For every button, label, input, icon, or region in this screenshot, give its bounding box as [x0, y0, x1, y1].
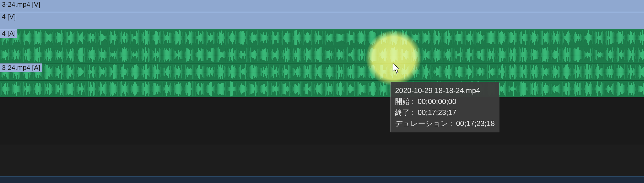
tooltip-duration-value: 00;17;23;18: [456, 119, 495, 127]
tooltip-end-value: 00;17;23;17: [418, 108, 456, 117]
audio-clip-1[interactable]: 4 [A]: [0, 29, 644, 63]
tooltip-start-label: 開始 :: [395, 97, 414, 106]
waveform-1-R: [0, 46, 644, 63]
waveform-2-L: [0, 63, 644, 80]
waveform-1-L: [0, 29, 644, 46]
audio-clip-2-label: 3-24.mp4 [A]: [0, 63, 42, 72]
audio-clip-2[interactable]: 3-24.mp4 [A]: [0, 63, 644, 97]
audio-track-2-R[interactable]: [0, 81, 644, 97]
tooltip-end-label: 終了 :: [395, 108, 414, 117]
audio-track-2-L[interactable]: [0, 63, 644, 81]
timeline-scrollbar[interactable]: [0, 176, 644, 183]
audio-clip-1-label: 4 [A]: [0, 29, 17, 38]
waveform-2-R: [0, 81, 644, 97]
tooltip-filename: 2020-10-29 18-18-24.mp4: [395, 85, 495, 96]
clip-tooltip: 2020-10-29 18-18-24.mp4 開始 : 00;00;00;00…: [390, 82, 499, 132]
video-track-1[interactable]: 3-24.mp4 [V]: [0, 0, 644, 12]
video-clip-1-label: 3-24.mp4 [V]: [0, 0, 42, 9]
video-track-2[interactable]: 4 [V]: [0, 12, 644, 29]
audio-track-1-R[interactable]: [0, 46, 644, 63]
tooltip-duration-label: デュレーション :: [395, 119, 452, 127]
video-clip-2-label: 4 [V]: [0, 12, 17, 21]
tooltip-start-value: 00;00;00;00: [418, 97, 456, 106]
audio-track-1-L[interactable]: [0, 29, 644, 46]
timeline-empty-area[interactable]: [0, 97, 644, 145]
